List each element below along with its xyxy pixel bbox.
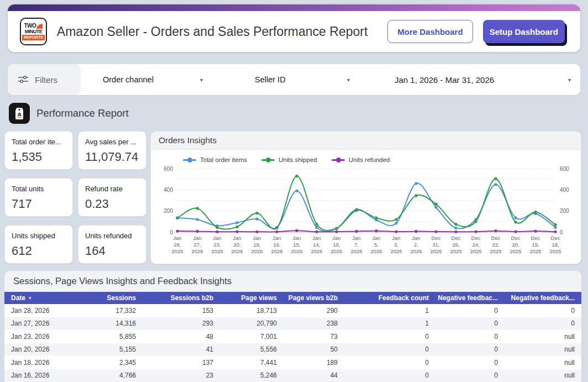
table-cell: 238	[284, 317, 344, 331]
sort-descending-icon[interactable]: ▾	[29, 295, 32, 301]
table-cell: Jan 16, 2026	[4, 369, 93, 382]
svg-text:Jan18,2026: Jan18,2026	[251, 235, 262, 254]
legend-item-total-order-items[interactable]: Total order items	[183, 156, 247, 163]
svg-text:Jan5,2026: Jan5,2026	[370, 235, 382, 254]
more-dashboard-button[interactable]: More Dashboard	[387, 20, 473, 43]
kpi-card-3[interactable]: Refund rate0.23	[78, 178, 146, 217]
table-row[interactable]: Jan 27, 202614,31629320,790238100	[4, 317, 581, 331]
chart-title: Orders Insights	[151, 132, 581, 150]
order-channel-chevron-down-icon[interactable]: ▾	[200, 64, 203, 95]
table-cell: 7,441	[220, 356, 284, 369]
kpi-card-1[interactable]: Avg sales per ...11,079.74	[78, 131, 146, 170]
seller-id-chevron-down-icon[interactable]: ▾	[347, 64, 350, 95]
column-header-6[interactable]: Negative feedbac...	[435, 292, 505, 304]
table-cell: 4,766	[93, 369, 143, 382]
svg-text:400: 400	[560, 187, 569, 193]
two-minute-reports-logo: TWO MINUTE REPORTS	[20, 18, 47, 45]
column-header-5[interactable]: Feedback count	[344, 292, 435, 304]
legend-item-units-refunded[interactable]: Units refunded	[332, 156, 390, 163]
table-row[interactable]: Jan 23, 20265,855487,0017300null	[4, 330, 581, 343]
logo-text-two: TWO	[24, 23, 36, 29]
table-cell: 41	[143, 343, 220, 357]
table-cell: 0	[505, 304, 581, 317]
column-header-3[interactable]: Page views	[220, 292, 284, 304]
svg-text:400: 400	[164, 187, 173, 193]
legend-item-units-shipped[interactable]: Units shipped	[261, 156, 317, 163]
svg-text:Dec22,2025: Dec22,2025	[490, 235, 501, 254]
header-card: TWO MINUTE REPORTS Amazon Seller - Order…	[8, 4, 580, 52]
table-cell: 0	[435, 343, 505, 357]
kpi-card-4[interactable]: Units shipped612	[4, 225, 73, 264]
page-title: Amazon Seller - Orders and Sales Perform…	[57, 24, 368, 39]
kpi-card-2[interactable]: Total units717	[4, 178, 73, 217]
table-cell: 5,246	[220, 369, 284, 382]
svg-text:Jan14,2026: Jan14,2026	[311, 235, 322, 254]
table-title: Sessions, Page Views Insights and Feedba…	[4, 271, 581, 292]
kpi-grid: Total order ite...1,535Avg sales per ...…	[4, 131, 146, 264]
svg-text:Dec24,2025: Dec24,2025	[470, 235, 481, 254]
filters-toggle[interactable]: Filters	[8, 64, 81, 95]
table-cell: 20,790	[220, 317, 284, 331]
table-row[interactable]: Jan 20, 20265,155415,5565000null	[4, 343, 581, 357]
table-cell: 137	[143, 356, 220, 369]
header-gradient-bar	[8, 4, 580, 11]
date-range-picker[interactable]: Jan 1, 2026 - Mar 31, 2026	[395, 64, 494, 95]
column-header-label: Sessions	[107, 294, 136, 302]
table-cell: Jan 28, 2026	[4, 304, 93, 317]
table-row[interactable]: Jan 18, 20262,3451377,44118900null	[4, 356, 581, 369]
table-cell: 0	[344, 356, 435, 369]
kpi-card-5[interactable]: Units refunded164	[78, 225, 146, 264]
column-header-7[interactable]: Negative feedback...	[505, 292, 581, 304]
logo-fin-shape	[36, 24, 43, 29]
svg-text:Dec18,2025: Dec18,2025	[549, 235, 561, 254]
table-cell: 0	[435, 304, 505, 317]
filters-label: Filters	[35, 75, 57, 85]
section-title: Performance Report	[36, 107, 129, 119]
table-cell: 0	[505, 317, 581, 331]
svg-text:Jan23,2026: Jan23,2026	[211, 235, 223, 254]
legend-marker	[332, 159, 345, 161]
kpi-label: Units refunded	[85, 232, 139, 240]
seller-id-dropdown[interactable]: Seller ID	[255, 64, 286, 95]
setup-dashboard-button[interactable]: Setup Dashboard	[483, 20, 565, 43]
table-cell: 153	[143, 304, 220, 317]
legend-marker	[261, 159, 275, 161]
order-channel-dropdown[interactable]: Order channel	[103, 64, 154, 95]
svg-text:Jan2,2026: Jan2,2026	[410, 235, 422, 254]
chart-legend: Total order itemsUnits shippedUnits refu…	[183, 154, 581, 165]
table-cell: 5,556	[220, 343, 284, 357]
orders-insights-chart[interactable]: 00200200400400600600Jan28,2026Jan27,2026…	[151, 165, 581, 264]
table-cell: 48	[143, 330, 220, 343]
table-cell: null	[505, 343, 581, 357]
date-range-chevron-down-icon[interactable]: ▾	[568, 64, 571, 95]
kpi-label: Total order ite...	[12, 138, 66, 146]
column-header-4[interactable]: Page views b2b	[284, 292, 344, 304]
kpi-label: Total units	[12, 185, 66, 193]
amazon-seller-icon: a	[9, 103, 30, 124]
table-row[interactable]: Jan 28, 202617,33215318,713290100	[4, 304, 581, 317]
table-cell: 189	[284, 356, 344, 369]
svg-text:Dec19,2025: Dec19,2025	[529, 235, 541, 254]
svg-text:Dec26,2025: Dec26,2025	[450, 235, 461, 254]
table-cell: 0	[435, 317, 505, 331]
kpi-card-0[interactable]: Total order ite...1,535	[4, 131, 73, 170]
column-header-2[interactable]: Sessions b2b	[143, 292, 220, 304]
legend-label: Total order items	[200, 156, 247, 163]
column-header-label: Page views b2b	[288, 294, 338, 302]
table-row[interactable]: Jan 16, 20264,766235,2464400null	[4, 369, 581, 382]
table-cell: 293	[143, 317, 220, 331]
kpi-value: 0.23	[85, 197, 139, 211]
table-cell: 7,001	[220, 330, 284, 343]
performance-report-header: a Performance Report	[9, 103, 129, 124]
table-cell: null	[505, 356, 581, 369]
table-cell: Jan 20, 2026	[4, 343, 93, 357]
filters-bar: Filters Order channel ▾ Seller ID ▾ Jan …	[8, 64, 580, 95]
column-header-0[interactable]: Date▾	[4, 292, 93, 304]
table-cell: 5,855	[93, 330, 143, 343]
column-header-label: Negative feedbac...	[438, 294, 498, 302]
column-header-1[interactable]: Sessions	[93, 292, 143, 304]
table-cell: 0	[435, 369, 505, 382]
table-body: Jan 28, 202617,33215318,713290100Jan 27,…	[4, 304, 581, 382]
legend-marker	[183, 159, 196, 161]
table-cell: 0	[344, 369, 435, 382]
